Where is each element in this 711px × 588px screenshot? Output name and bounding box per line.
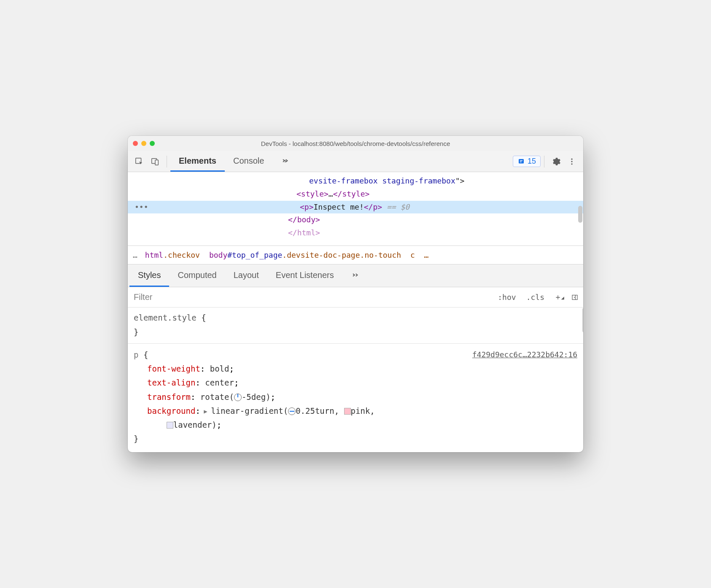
cls-toggle[interactable]: .cls: [521, 293, 549, 302]
maximize-window-button[interactable]: [150, 141, 155, 146]
breadcrumb-overflow-right[interactable]: c …: [410, 251, 428, 259]
subtab-computed[interactable]: Computed: [169, 264, 225, 287]
scrollbar-thumb[interactable]: [578, 206, 582, 223]
expand-ellipsis-icon[interactable]: •••: [128, 201, 150, 214]
dom-line[interactable]: </html>: [128, 227, 583, 240]
issues-count: 15: [528, 157, 536, 166]
main-toolbar: Elements Console 15: [128, 151, 583, 172]
dom-line-selected[interactable]: •••<p>Inspect me!</p> == $0: [128, 201, 583, 214]
window-titlebar: DevTools - localhost:8080/web/tools/chro…: [128, 136, 583, 151]
hov-toggle[interactable]: :hov: [493, 293, 521, 302]
dom-line[interactable]: evsite-framebox staging-framebox">: [128, 175, 583, 188]
traffic-lights: [133, 141, 155, 146]
svg-point-4: [571, 158, 572, 159]
device-toggle-icon[interactable]: [147, 154, 163, 170]
subtab-styles[interactable]: Styles: [129, 264, 169, 287]
inspect-element-icon[interactable]: [131, 154, 147, 170]
styles-filter-row: :hov .cls: [128, 287, 583, 307]
declaration[interactable]: background: ▶ linear-gradient(0.25turn, …: [134, 404, 577, 432]
tab-console[interactable]: Console: [225, 151, 272, 172]
declaration[interactable]: text-align: center;: [134, 376, 577, 390]
color-swatch-icon[interactable]: [167, 422, 173, 429]
declaration[interactable]: font-weight: bold;: [134, 362, 577, 376]
toolbar-divider: [544, 156, 544, 167]
devtools-window: DevTools - localhost:8080/web/tools/chro…: [128, 136, 583, 452]
panel-tabs: Elements Console: [170, 151, 299, 172]
declaration[interactable]: transform: rotate(-5deg);: [134, 390, 577, 404]
tab-elements[interactable]: Elements: [170, 151, 225, 172]
tab-overflow[interactable]: [272, 151, 299, 172]
breadcrumb-item-body[interactable]: body#top_of_page.devsite-doc-page.no-tou…: [209, 251, 401, 259]
expand-arrow-icon[interactable]: ▶: [200, 408, 211, 415]
rule-separator: [128, 343, 583, 344]
svg-point-6: [571, 163, 572, 165]
style-rule[interactable]: f429d9ecc6c…2232b642:16 p { font-weight:…: [134, 348, 577, 446]
angle-swatch-icon[interactable]: [288, 407, 296, 415]
minimize-window-button[interactable]: [141, 141, 146, 146]
style-rule-inline[interactable]: element.style { }: [134, 311, 577, 339]
window-title: DevTools - localhost:8080/web/tools/chro…: [128, 140, 583, 147]
close-window-button[interactable]: [133, 141, 138, 146]
more-menu-icon[interactable]: [564, 154, 580, 170]
svg-rect-3: [519, 159, 524, 164]
computed-styles-sidebar-icon[interactable]: [566, 293, 583, 302]
subtab-event-listeners[interactable]: Event Listeners: [267, 264, 342, 287]
issues-badge[interactable]: 15: [513, 156, 541, 167]
dom-breadcrumb: … html.checkov body#top_of_page.devsite-…: [128, 246, 583, 264]
dom-line[interactable]: </body>: [128, 213, 583, 227]
new-style-rule-icon[interactable]: [549, 293, 566, 302]
breadcrumb-item-html[interactable]: html.checkov: [145, 251, 200, 259]
subtab-layout[interactable]: Layout: [225, 264, 267, 287]
dom-line[interactable]: <style>…</style>: [128, 188, 583, 201]
rule-source-link[interactable]: f429d9ecc6c…2232b642:16: [472, 348, 577, 361]
subtab-overflow[interactable]: [342, 264, 369, 287]
svg-rect-2: [155, 160, 158, 165]
styles-pane: element.style { } f429d9ecc6c…2232b642:1…: [128, 307, 583, 452]
settings-gear-icon[interactable]: [548, 154, 564, 170]
color-swatch-icon[interactable]: [344, 408, 351, 415]
angle-swatch-icon[interactable]: [234, 394, 242, 401]
toolbar-divider: [167, 156, 167, 167]
styles-subtabs: Styles Computed Layout Event Listeners: [128, 264, 583, 287]
styles-filter-input[interactable]: [128, 287, 493, 307]
breadcrumb-overflow-left[interactable]: …: [133, 251, 137, 259]
svg-point-5: [571, 161, 572, 162]
scrollbar-thumb[interactable]: [582, 307, 583, 333]
dom-tree-panel[interactable]: evsite-framebox staging-framebox"> <styl…: [128, 172, 583, 246]
